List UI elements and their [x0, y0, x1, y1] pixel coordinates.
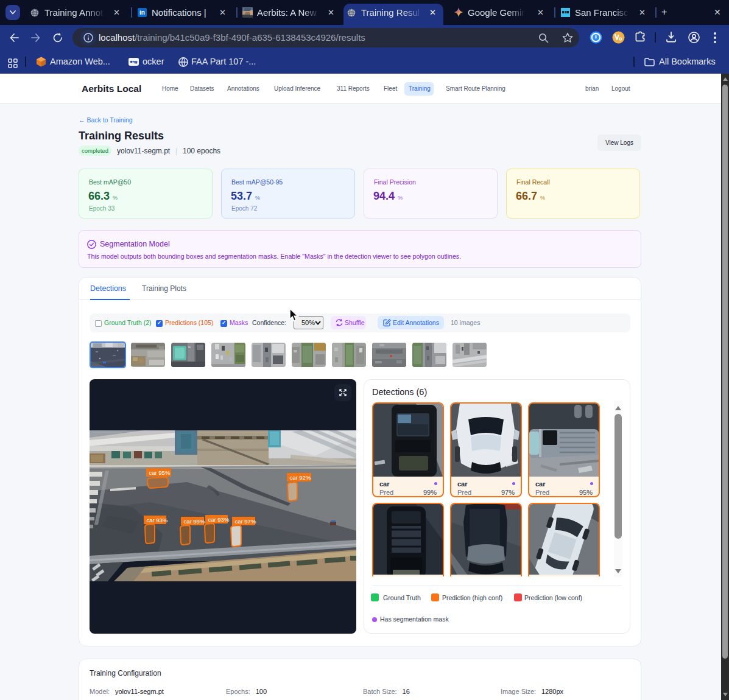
svg-text:car 93%: car 93% [208, 516, 230, 523]
svg-text:car 95%: car 95% [149, 469, 171, 476]
svg-text:car 97%: car 97% [235, 518, 256, 525]
svg-text:car 93%: car 93% [147, 517, 168, 523]
svg-text:car 99%: car 99% [184, 518, 205, 525]
svg-text:car 92%: car 92% [290, 474, 311, 481]
